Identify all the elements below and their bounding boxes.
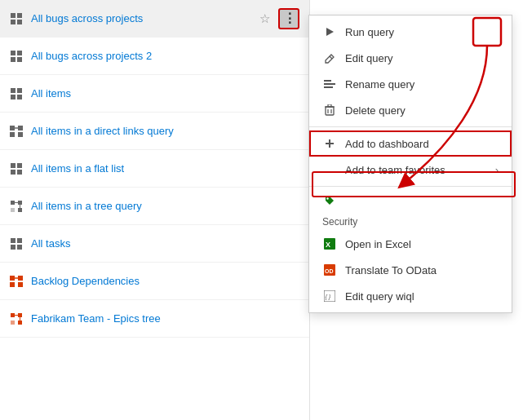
list-item[interactable]: All items in a flat list [0, 150, 309, 188]
edit-wiql-label: Edit query wiql [345, 290, 499, 303]
query-item-label: All tasks [31, 237, 299, 250]
add-dashboard-icon [322, 136, 337, 151]
list-item[interactable]: Backlog Dependencies [0, 263, 309, 300]
svg-marker-42 [326, 28, 334, 36]
svg-rect-45 [324, 83, 335, 85]
menu-item-edit-query[interactable]: Edit query [309, 45, 512, 71]
svg-rect-21 [11, 201, 15, 205]
context-menu: Run query Edit query Rename query [308, 15, 512, 313]
svg-rect-12 [10, 126, 15, 130]
query-grid-icon [10, 87, 23, 100]
more-actions-button[interactable]: ⋮ [278, 8, 299, 29]
svg-rect-47 [326, 107, 334, 115]
menu-item-run-query[interactable]: Run query [309, 19, 512, 45]
query-grid-icon [10, 162, 23, 175]
list-item[interactable]: All bugs across projects 2 [0, 38, 309, 75]
edit-wiql-icon: { } [322, 289, 337, 303]
three-dots-icon: ⋮ [283, 11, 295, 26]
query-grid-icon [10, 50, 23, 63]
query-grid-icon [10, 12, 23, 25]
svg-rect-5 [17, 51, 22, 55]
run-query-label: Run query [345, 26, 499, 38]
menu-separator-2 [309, 186, 512, 187]
query-grid-icon [10, 237, 23, 250]
svg-rect-23 [18, 208, 22, 212]
svg-rect-2 [11, 20, 16, 24]
star-icon: ☆ [259, 11, 270, 26]
security-tag-row [309, 190, 512, 211]
delete-query-label: Delete query [345, 104, 499, 117]
list-item[interactable]: All items [0, 75, 309, 113]
menu-item-translate-odata[interactable]: OD Translate To OData [309, 257, 512, 283]
query-item-label: All bugs across projects [31, 12, 254, 24]
svg-rect-17 [11, 163, 16, 168]
svg-rect-30 [17, 245, 22, 250]
svg-rect-37 [18, 313, 22, 317]
svg-rect-9 [17, 88, 22, 93]
svg-rect-46 [324, 86, 333, 88]
list-item[interactable]: All items in a direct links query [0, 113, 309, 150]
menu-item-add-dashboard[interactable]: Add to dashboard [309, 130, 512, 157]
svg-rect-8 [11, 88, 16, 93]
svg-rect-7 [17, 57, 22, 62]
query-item-label: All bugs across projects 2 [31, 50, 299, 62]
menu-item-add-favorites[interactable]: Add to team favorites › [309, 157, 512, 183]
rename-query-icon [322, 77, 337, 91]
list-item[interactable]: All items in a tree query [0, 188, 309, 225]
svg-rect-39 [11, 321, 15, 325]
svg-rect-19 [11, 170, 16, 175]
list-item[interactable]: Fabrikam Team - Epics tree [0, 300, 309, 338]
svg-point-54 [326, 197, 328, 199]
query-link-icon [10, 275, 23, 288]
svg-text:OD: OD [325, 268, 334, 274]
menu-item-rename-query[interactable]: Rename query [309, 71, 512, 97]
svg-rect-44 [324, 80, 331, 82]
svg-rect-32 [18, 276, 23, 281]
star-button[interactable]: ☆ [254, 8, 275, 29]
svg-rect-11 [17, 95, 22, 99]
add-favorites-icon [322, 162, 337, 177]
query-item-label: All items in a tree query [31, 200, 299, 212]
svg-rect-13 [18, 126, 23, 130]
list-item[interactable]: All tasks [0, 225, 309, 263]
svg-rect-27 [11, 238, 16, 243]
list-item[interactable]: All bugs across projects ☆ ⋮ [0, 0, 309, 38]
svg-rect-29 [11, 245, 16, 250]
svg-rect-0 [11, 13, 16, 18]
svg-rect-36 [11, 313, 15, 317]
menu-item-edit-wiql[interactable]: { } Edit query wiql [309, 283, 512, 309]
query-item-label: All items in a direct links query [31, 125, 299, 137]
open-excel-label: Open in Excel [345, 238, 499, 250]
query-tree-icon [10, 312, 23, 325]
svg-text:X: X [326, 241, 330, 249]
menu-separator [309, 126, 512, 127]
svg-line-43 [330, 56, 332, 59]
svg-rect-14 [10, 132, 15, 137]
item-actions: ☆ ⋮ [254, 8, 299, 29]
svg-rect-3 [17, 20, 22, 24]
run-query-icon [322, 24, 337, 39]
svg-rect-33 [10, 282, 15, 287]
add-dashboard-label: Add to dashboard [345, 138, 499, 150]
svg-rect-4 [11, 51, 16, 55]
query-item-label: All items [31, 87, 299, 99]
svg-rect-24 [11, 208, 15, 212]
svg-rect-20 [17, 170, 22, 175]
security-tag-icon [322, 193, 337, 208]
menu-item-delete-query[interactable]: Delete query [309, 97, 512, 123]
svg-rect-38 [18, 321, 22, 325]
svg-rect-49 [328, 104, 331, 107]
query-item-label: Backlog Dependencies [31, 275, 299, 287]
query-list: All bugs across projects ☆ ⋮ All bugs ac… [0, 0, 310, 420]
svg-rect-10 [11, 95, 16, 99]
excel-icon: X [322, 237, 337, 251]
svg-rect-34 [18, 282, 23, 287]
menu-item-open-excel[interactable]: X Open in Excel [309, 231, 512, 257]
submenu-arrow-icon: › [495, 164, 499, 176]
query-item-label: All items in a flat list [31, 162, 299, 175]
odata-icon: OD [322, 263, 337, 277]
delete-query-icon [322, 103, 337, 117]
add-favorites-label: Add to team favorites [345, 164, 495, 176]
security-section-label: Security [309, 211, 512, 231]
svg-text:{ }: { } [326, 294, 331, 300]
